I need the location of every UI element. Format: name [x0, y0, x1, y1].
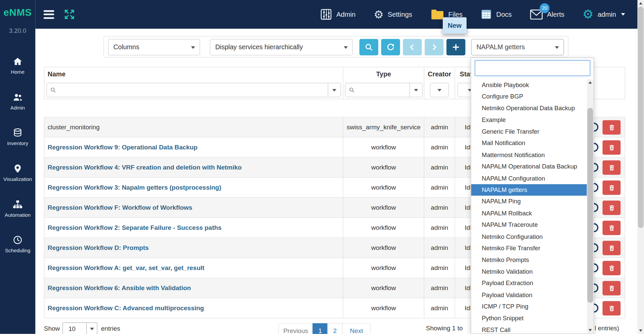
database-icon	[13, 128, 22, 138]
name-cell: cluster_monitoring	[44, 117, 343, 137]
column-header-type[interactable]: Type	[343, 67, 424, 81]
scroll-down-arrow[interactable]	[637, 327, 644, 334]
service-type-option[interactable]: Netmiko Validation	[471, 266, 587, 277]
delete-service-button[interactable]	[602, 241, 621, 255]
sidebar-item-visualization[interactable]: Visualization	[0, 155, 35, 191]
service-type-search-input[interactable]	[475, 60, 590, 76]
new-service-button[interactable]	[446, 39, 465, 55]
service-type-option[interactable]: NAPALM Configuration	[471, 173, 587, 184]
delete-service-button[interactable]	[602, 281, 621, 295]
header-menu-settings[interactable]: ⚙ Settings	[374, 9, 412, 20]
sidebar-item-label: Inventory	[7, 141, 28, 146]
search-icon	[50, 87, 56, 93]
service-type-option[interactable]: Payload Extraction	[471, 277, 587, 289]
next-page-button[interactable]	[425, 39, 443, 55]
service-type-option[interactable]: Ansible Playbook	[471, 79, 587, 91]
page-size-value: 10	[63, 325, 86, 332]
pagination-page-1[interactable]: 1	[313, 323, 328, 334]
service-name-link[interactable]: Regression Workflow 3: Napalm getters (p…	[48, 184, 221, 191]
home-icon	[13, 57, 22, 66]
plus-icon	[451, 42, 461, 52]
fullscreen-toggle-button[interactable]	[62, 7, 77, 22]
pagination-page-2[interactable]: 2	[327, 323, 342, 334]
delete-service-button[interactable]	[602, 120, 621, 135]
display-mode-dropdown[interactable]: Display services hierarchically	[210, 39, 353, 55]
previous-page-button[interactable]	[403, 39, 422, 55]
service-name-link[interactable]: Regression Workflow 9: Operational Data …	[48, 144, 198, 151]
service-name-link[interactable]: Regression Workflow 4: VRF creation and …	[48, 164, 242, 171]
chevron-down-icon	[555, 46, 559, 49]
service-type-option[interactable]: Netmiko Operational Data Backup	[471, 103, 587, 114]
refresh-button[interactable]	[381, 39, 400, 55]
tooltip-text: New	[448, 21, 462, 29]
header-menu-admin[interactable]: Admin	[320, 8, 356, 20]
service-name-link[interactable]: Regression Workflow 2: Separate Failure …	[48, 224, 222, 231]
delete-service-button[interactable]	[602, 221, 621, 235]
pagination-next[interactable]: Next	[342, 323, 371, 334]
name-filter-cell	[44, 81, 343, 99]
trash-icon	[608, 224, 615, 231]
service-type-option[interactable]: NAPALM Ping	[471, 196, 587, 208]
delete-service-button[interactable]	[602, 201, 621, 215]
service-type-option[interactable]: Netmiko Prompts	[471, 254, 587, 266]
name-filter-mode-select[interactable]	[328, 83, 341, 97]
dropdown-scrollbar[interactable]	[587, 79, 594, 333]
service-type-option[interactable]: Generic File Transfer	[471, 126, 587, 138]
page-scrollbar[interactable]	[637, 0, 644, 334]
page-scrollbar-thumb[interactable]	[638, 7, 644, 228]
creator-filter-select[interactable]	[430, 83, 449, 97]
page-size-select[interactable]: 10	[62, 322, 97, 334]
delete-service-button[interactable]	[602, 160, 621, 175]
sidebar-item-home[interactable]: Home	[0, 48, 35, 84]
service-type-option[interactable]: NAPALM getters	[471, 184, 587, 196]
delete-service-button[interactable]	[602, 301, 621, 316]
header-menu-alerts[interactable]: 20 Alerts	[530, 9, 565, 20]
sidebar-item-automation[interactable]: Automation	[0, 191, 35, 226]
scroll-down-arrow[interactable]	[587, 327, 594, 334]
service-type-option[interactable]: Example	[471, 114, 587, 126]
delete-service-button[interactable]	[602, 140, 621, 155]
dropdown-scrollbar-thumb[interactable]	[587, 108, 593, 303]
sidebar-item-inventory[interactable]: Inventory	[0, 119, 35, 155]
service-type-option[interactable]: Configure BGP	[471, 91, 587, 103]
service-type-option[interactable]: Mail Notification	[471, 137, 587, 149]
type-cell: workflow	[343, 157, 424, 177]
header-menu-user[interactable]: ⚙ admin	[582, 8, 625, 20]
service-type-option[interactable]: Netmiko Configuration	[471, 231, 587, 243]
columns-dropdown[interactable]: Columns	[108, 39, 200, 55]
service-name-link[interactable]: Regression Workflow A: get_var, set_var,…	[48, 264, 204, 272]
service-type-option[interactable]: Netmiko File Transfer	[471, 243, 587, 254]
search-button[interactable]	[359, 39, 378, 55]
column-header-name[interactable]: Name	[44, 67, 343, 81]
service-name-link[interactable]: Regression Workflow 6: Ansible with Vali…	[48, 284, 191, 292]
service-name-link[interactable]: Regression Workflow F: Workflow of Workf…	[48, 204, 192, 211]
menu-toggle-button[interactable]	[41, 7, 57, 22]
sidebar-item-scheduling[interactable]: Scheduling	[0, 226, 35, 262]
delete-service-button[interactable]	[602, 181, 621, 195]
service-name-link[interactable]: Regression Workflow D: Prompts	[48, 244, 149, 252]
service-type-option[interactable]: ICMP / TCP Ping	[471, 301, 587, 313]
delete-service-button[interactable]	[602, 261, 621, 275]
header-menu-docs[interactable]: Docs	[481, 9, 512, 20]
pagination-previous[interactable]: Previous	[278, 323, 313, 334]
column-header-creator[interactable]: Creator	[424, 67, 455, 81]
creator-cell: admin	[424, 258, 455, 278]
service-type-option[interactable]: Mattermost Notification	[471, 149, 587, 161]
type-filter-cell	[343, 81, 424, 99]
scroll-up-arrow[interactable]	[637, 0, 644, 7]
service-type-option[interactable]: NAPALM Traceroute	[471, 219, 587, 231]
service-type-option[interactable]: Python Snippet	[471, 313, 587, 324]
sidebar: eNMS 3.20.0 Home Admin Inventory Visuali…	[0, 0, 35, 334]
service-type-option[interactable]: NAPALM Operational Data Backup	[471, 161, 587, 173]
name-filter-input[interactable]	[46, 83, 328, 97]
service-type-option[interactable]: REST Call	[471, 324, 587, 334]
type-cell: workflow	[343, 198, 424, 217]
service-type-option[interactable]: Payload Validation	[471, 289, 587, 301]
scroll-up-arrow[interactable]	[587, 79, 594, 86]
type-filter-mode-select[interactable]	[409, 83, 422, 97]
service-type-option[interactable]: NAPALM Rollback	[471, 207, 587, 219]
sidebar-item-admin[interactable]: Admin	[0, 84, 35, 120]
service-type-dropdown[interactable]: NAPALM getters	[471, 39, 564, 55]
service-name-link[interactable]: Regression Workflow C: Advanced multipro…	[48, 305, 204, 312]
name-cell: Regression Workflow 2: Separate Failure …	[44, 218, 343, 238]
